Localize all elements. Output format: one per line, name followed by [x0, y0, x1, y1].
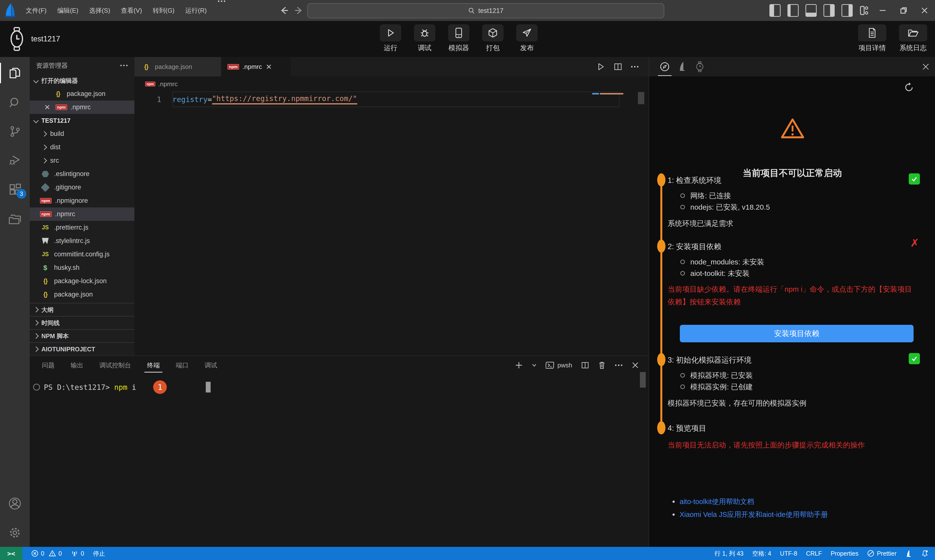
terminal-content[interactable]: PS D:\test1217> npm i 1 [33, 380, 211, 394]
tab-vela-sail[interactable] [674, 57, 691, 77]
tree-file-package-lock[interactable]: {}package-lock.json [30, 274, 134, 288]
notifications-bell[interactable] [917, 547, 935, 560]
kill-terminal-trash-icon[interactable] [598, 361, 606, 369]
tab-package-json[interactable]: {} package.json [134, 57, 221, 77]
run-button[interactable]: 运行 [380, 25, 401, 52]
open-editors-header[interactable]: 打开的编辑器 [30, 74, 134, 87]
formatter-status[interactable]: Prettier [863, 547, 901, 560]
tree-file-npmignore[interactable]: npm.npmignore [30, 194, 134, 208]
activitybar-projects[interactable] [0, 208, 30, 231]
terminal-instance[interactable]: pwsh [546, 362, 572, 369]
forward-arrow-icon[interactable] [293, 5, 304, 16]
tree-folder-dist[interactable]: dist [30, 140, 134, 154]
tab-npmrc[interactable]: npm .npmrc ✕ [221, 57, 291, 77]
layout-sidebar-left-thin-icon[interactable] [787, 4, 799, 17]
simulator-button[interactable]: 模拟器 [448, 25, 469, 52]
section-outline[interactable]: 大纲 [30, 303, 134, 316]
refresh-icon[interactable] [903, 82, 915, 93]
close-panel-icon[interactable] [632, 362, 639, 369]
tree-file-gitignore[interactable]: .gitignore [30, 181, 134, 194]
tab-output[interactable]: 输出 [71, 356, 83, 374]
layout-sidebar-right-icon[interactable] [823, 4, 835, 17]
activitybar-run-debug[interactable] [0, 149, 30, 172]
encoding[interactable]: UTF-8 [775, 547, 801, 560]
link-vela-help[interactable]: Xiaomi Vela JS应用开发和aiot-ide使用帮助手册 [680, 508, 828, 521]
code-line-1[interactable]: 1 registry="https://registry.npmmirror.c… [134, 92, 639, 107]
tree-file-prettierrc[interactable]: JS.prettierrc.js [30, 221, 134, 234]
menu-run[interactable]: 运行(R) [180, 0, 212, 21]
tab-terminal[interactable]: 终端 [147, 356, 160, 374]
terminal-scrollbar[interactable] [640, 372, 646, 388]
minimize-button[interactable] [872, 0, 893, 21]
tree-file-npmrc[interactable]: npm.npmrc [30, 208, 134, 221]
vela-status-icon[interactable] [901, 547, 917, 560]
tree-file-package-json[interactable]: {}package.json [30, 288, 134, 301]
tab-watch-preview[interactable] [691, 57, 709, 77]
open-editor-package-json[interactable]: {} package.json [30, 87, 134, 100]
activitybar-source-control[interactable] [0, 120, 30, 143]
menu-edit[interactable]: 编辑(E) [52, 0, 84, 21]
menu-view[interactable]: 查看(V) [116, 0, 148, 21]
project-details-button[interactable]: 项目详情 [858, 25, 886, 52]
link-toolkit-help[interactable]: aito-toolkit使用帮助文档 [680, 495, 754, 508]
activitybar-search[interactable] [0, 91, 30, 114]
layout-sidebar-right-thin-icon[interactable] [841, 4, 853, 17]
debug-button[interactable]: 调试 [414, 25, 435, 52]
activitybar-extensions[interactable]: 3 [0, 178, 30, 201]
split-terminal-icon[interactable] [581, 361, 589, 369]
tab-debug-console[interactable]: 调试控制台 [99, 356, 131, 374]
open-editor-npmrc[interactable]: ✕ npm .npmrc [30, 100, 134, 114]
more-actions-icon[interactable] [631, 66, 639, 68]
menu-overflow-icon[interactable] [212, 0, 231, 21]
tree-file-eslintignore[interactable]: .eslintignore [30, 167, 134, 181]
close-icon[interactable]: ✕ [266, 63, 272, 71]
tree-file-commitlint[interactable]: JScommitlint.config.js [30, 248, 134, 261]
section-aiotuniproject[interactable]: AIOTUNIPROJECT [30, 342, 134, 355]
system-log-button[interactable]: 系统日志 [899, 25, 927, 52]
remote-indicator[interactable]: >< [0, 547, 22, 560]
tree-folder-build[interactable]: build [30, 127, 134, 140]
menu-selection[interactable]: 选择(S) [84, 0, 116, 21]
install-dependencies-button[interactable]: 安装项目依赖 [680, 325, 913, 342]
tree-folder-src[interactable]: src [30, 154, 134, 167]
ports-status[interactable]: 0 [66, 547, 89, 560]
problems-status[interactable]: 0 0 [27, 547, 66, 560]
terminal-dropdown-icon[interactable] [532, 363, 537, 368]
restore-button[interactable] [893, 0, 914, 21]
close-window-button[interactable] [914, 0, 935, 21]
eol-sequence[interactable]: CRLF [801, 547, 826, 560]
breadcrumb[interactable]: npm .npmrc [134, 77, 649, 92]
activitybar-account[interactable] [0, 492, 30, 515]
section-npm-scripts[interactable]: NPM 脚本 [30, 329, 134, 342]
activitybar-explorer[interactable] [0, 62, 30, 85]
minimap[interactable] [592, 93, 629, 95]
customize-layout-icon[interactable] [860, 6, 868, 15]
tab-debug[interactable]: 调试 [205, 356, 217, 374]
back-arrow-icon[interactable] [278, 5, 290, 16]
close-icon[interactable]: ✕ [42, 103, 52, 112]
tab-project-check[interactable] [656, 57, 674, 77]
tree-file-stylelintrc[interactable]: .stylelintrc.js [30, 234, 134, 248]
section-timeline[interactable]: 时间线 [30, 316, 134, 329]
activitybar-settings[interactable] [0, 521, 30, 545]
layout-sidebar-left-icon[interactable] [769, 4, 781, 17]
package-button[interactable]: 打包 [482, 25, 504, 52]
command-center-search[interactable]: test1217 [307, 3, 664, 18]
stop-button[interactable]: 停止 [89, 547, 109, 560]
indentation[interactable]: 空格: 4 [748, 547, 776, 560]
editor-scrollbar[interactable] [638, 92, 644, 104]
panel-more-icon[interactable] [615, 364, 623, 366]
tab-ports[interactable]: 端口 [176, 356, 188, 374]
tab-problems[interactable]: 问题 [42, 356, 55, 374]
menu-goto[interactable]: 转到(G) [147, 0, 180, 21]
project-root-header[interactable]: TEST1217 [30, 114, 134, 127]
layout-panel-icon[interactable] [806, 4, 817, 17]
split-editor-icon[interactable] [614, 62, 622, 71]
tree-file-husky[interactable]: $husky.sh [30, 261, 134, 274]
language-mode[interactable]: Properties [826, 547, 863, 560]
cursor-position[interactable]: 行 1, 列 43 [710, 547, 748, 560]
run-file-icon[interactable] [596, 62, 605, 71]
menu-file[interactable]: 文件(F) [20, 0, 52, 21]
explorer-more-actions-icon[interactable] [120, 64, 128, 67]
close-preview-icon[interactable] [922, 57, 930, 77]
